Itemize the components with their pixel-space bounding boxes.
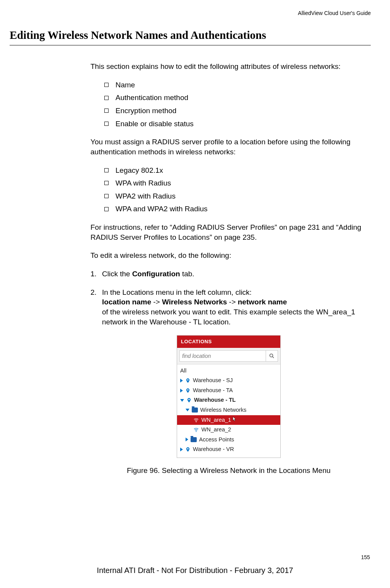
attributes-list: Name Authentication method Encryption me… [90, 80, 367, 129]
list-item-label: WPA2 with Radius [115, 191, 176, 201]
locations-header: LOCATIONS [177, 336, 280, 348]
title-rule [10, 45, 371, 45]
search-input[interactable] [179, 350, 266, 362]
expand-icon [180, 389, 183, 393]
step-2: 2. In the Locations menu in the left col… [90, 287, 367, 327]
list-item-label: Legacy 802.1x [115, 165, 163, 175]
step-body: In the Locations menu in the left column… [102, 287, 367, 327]
pin-icon [185, 447, 191, 452]
list-item: WPA2 with Radius [104, 191, 367, 201]
bullet-icon [104, 83, 109, 87]
bullet-icon [104, 109, 109, 113]
list-item: WPA and WPA2 with Radius [104, 204, 367, 214]
item-label: Warehouse - SJ [193, 377, 233, 384]
path-network: network name [238, 298, 287, 306]
location-item-sj[interactable]: Warehouse - SJ [177, 376, 280, 386]
list-item: Authentication method [104, 93, 367, 103]
locations-panel: LOCATIONS All Warehouse - SJ [177, 335, 281, 458]
bullet-icon [104, 96, 109, 100]
radius-list: Legacy 802.1x WPA with Radius WPA2 with … [90, 165, 367, 214]
pin-icon [186, 398, 192, 403]
svg-line-1 [273, 357, 274, 358]
pin-icon [185, 378, 191, 383]
step-number: 2. [90, 287, 102, 327]
svg-point-0 [270, 354, 273, 357]
step-text: tab. [180, 270, 194, 278]
path-sep: -> [227, 298, 238, 306]
content: This section explains how to edit the fo… [90, 62, 367, 475]
list-item-label: Enable or disable status [115, 119, 194, 129]
item-label: Access Points [199, 436, 234, 444]
edit-intro: To edit a wireless network, do the follo… [90, 251, 367, 261]
expand-icon [180, 448, 183, 451]
header-doc-title: AlliedView Cloud User's Guide [10, 10, 371, 17]
wifi-icon [193, 427, 199, 433]
list-item-label: Encryption method [115, 106, 176, 116]
location-item-tl[interactable]: Warehouse - TL [177, 395, 280, 405]
access-points-node[interactable]: Access Points [177, 435, 280, 445]
reference-paragraph: For instructions, refer to “Adding RADIU… [90, 222, 367, 242]
path-location: location name [102, 298, 151, 306]
folder-icon [192, 408, 198, 413]
item-label: Warehouse - TL [194, 396, 236, 404]
location-item-vr[interactable]: Warehouse - VR [177, 444, 280, 454]
figure: LOCATIONS All Warehouse - SJ [90, 335, 367, 475]
location-item-ta[interactable]: Warehouse - TA [177, 386, 280, 396]
path-sep: -> [151, 298, 162, 306]
expand-icon [180, 379, 183, 383]
page: AlliedView Cloud User's Guide Editing Wi… [0, 0, 390, 588]
bullet-icon [104, 168, 109, 172]
item-label: All [180, 367, 186, 375]
list-item: WPA with Radius [104, 178, 367, 188]
figure-caption: Figure 96. Selecting a Wireless Network … [90, 466, 367, 476]
svg-point-5 [196, 421, 197, 422]
collapse-icon [186, 409, 189, 411]
step-number: 1. [90, 269, 102, 279]
list-item-label: Name [115, 80, 135, 90]
svg-point-3 [187, 389, 189, 391]
locations-all[interactable]: All [177, 366, 280, 376]
radius-intro: You must assign a RADIUS server profile … [90, 137, 367, 157]
list-item-label: Authentication method [115, 93, 188, 103]
page-title: Editing Wireless Network Names and Authe… [10, 28, 371, 43]
step-body: Click the Configuration tab. [102, 269, 367, 279]
network-wn-area-2[interactable]: WN_area_2 [177, 425, 280, 435]
bullet-icon [104, 207, 109, 211]
svg-point-2 [187, 379, 189, 381]
intro-paragraph: This section explains how to edit the fo… [90, 62, 367, 72]
step-bold: Configuration [132, 270, 180, 278]
locations-search [177, 348, 280, 364]
collapse-icon [180, 399, 184, 402]
bullet-icon [104, 181, 109, 185]
footer-draft: Internal ATI Draft - Not For Distributio… [0, 565, 390, 576]
path-wireless: Wireless Networks [162, 298, 227, 306]
page-number: 155 [361, 554, 370, 561]
wireless-networks-node[interactable]: Wireless Networks [177, 405, 280, 415]
list-item: Enable or disable status [104, 119, 367, 129]
wifi-icon [193, 417, 199, 423]
bullet-icon [104, 194, 109, 198]
pin-icon [185, 388, 191, 393]
item-label: Warehouse - TA [193, 387, 233, 394]
list-item-label: WPA and WPA2 with Radius [115, 204, 208, 214]
expand-icon [186, 438, 188, 441]
item-label: WN_area_2 [201, 426, 231, 434]
list-item: Name [104, 80, 367, 90]
search-icon [269, 353, 275, 359]
step-text: of the wireless network you want to edit… [102, 308, 355, 326]
step-text: Click the [102, 270, 132, 278]
step-text: In the Locations menu in the left column… [102, 288, 252, 296]
svg-point-4 [188, 399, 190, 401]
list-item-label: WPA with Radius [115, 178, 171, 188]
locations-list: All Warehouse - SJ Warehouse - TA [177, 364, 280, 458]
item-label: WN_area_1 [201, 416, 231, 424]
bullet-icon [104, 122, 109, 126]
network-wn-area-1[interactable]: WN_area_1 [177, 415, 280, 425]
item-label: Wireless Networks [200, 406, 246, 414]
svg-point-6 [196, 431, 197, 432]
list-item: Encryption method [104, 106, 367, 116]
item-label: Warehouse - VR [193, 446, 234, 453]
search-button[interactable] [266, 350, 278, 362]
cursor-icon [232, 417, 237, 423]
folder-icon [191, 437, 197, 442]
